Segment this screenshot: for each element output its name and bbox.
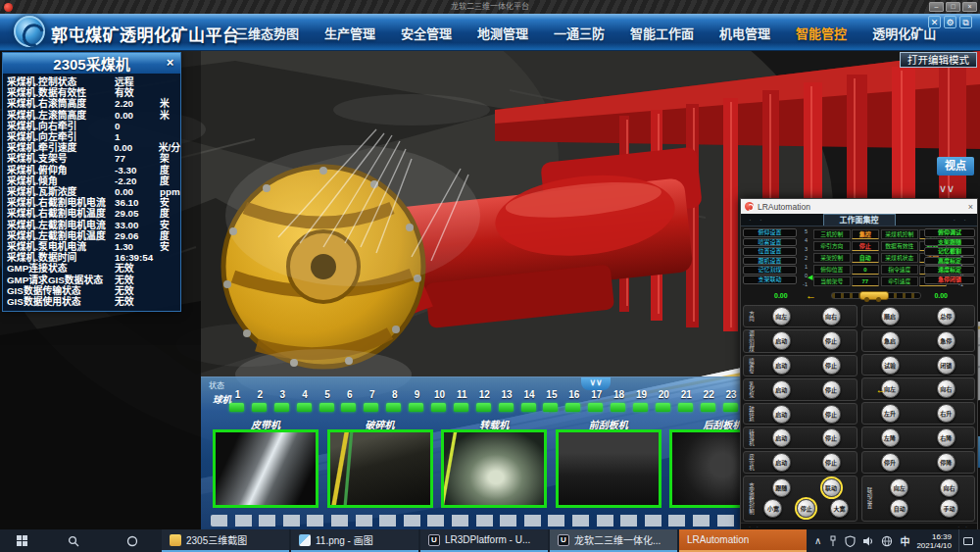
viewpoint-chevron-icon[interactable]: ∨∨: [939, 182, 955, 195]
camera-number[interactable]: 11: [451, 389, 473, 400]
taskbar-task[interactable]: LRAutomation: [679, 529, 807, 552]
control-button[interactable]: 向左: [890, 478, 908, 497]
restore-window-icon[interactable]: ⧉: [959, 16, 972, 28]
camera-number[interactable]: 16: [563, 389, 585, 400]
nav-item[interactable]: 三维态势图: [235, 24, 299, 42]
control-button[interactable]: 停止: [822, 428, 841, 447]
gear-icon[interactable]: ⚙: [944, 16, 956, 28]
nav-item[interactable]: 透明化矿山: [872, 24, 936, 42]
search-button[interactable]: [44, 529, 103, 552]
control-button[interactable]: 手动: [940, 499, 958, 518]
control-button[interactable]: 启动: [772, 380, 791, 399]
camera-number[interactable]: 5: [317, 389, 339, 400]
tab-face-control[interactable]: 工作面集控: [823, 214, 896, 226]
camera-number[interactable]: 22: [698, 389, 720, 400]
control-button[interactable]: 顺启: [881, 307, 900, 326]
control-button[interactable]: 停止: [822, 405, 841, 424]
settings-button[interactable]: 支架联动: [743, 276, 797, 284]
taskbar-task[interactable]: U 龙软二三维一体化...: [550, 529, 677, 552]
control-button[interactable]: 启动: [772, 453, 791, 472]
calibration-button[interactable]: 记忆截割: [924, 247, 975, 256]
camera-feed-thumbnail[interactable]: [669, 429, 750, 508]
nav-item[interactable]: 一通三防: [554, 24, 605, 42]
control-button[interactable]: 右升: [937, 404, 956, 423]
camera-number[interactable]: 8: [383, 389, 406, 400]
control-button[interactable]: 向右: [940, 478, 958, 497]
control-button[interactable]: 跟随: [772, 478, 791, 497]
network-globe-icon[interactable]: [881, 535, 893, 547]
control-button-active[interactable]: 联动: [822, 478, 841, 497]
camera-number[interactable]: 9: [406, 389, 428, 400]
camera-feed-thumbnail[interactable]: [213, 429, 318, 508]
camera-number[interactable]: 1: [226, 389, 249, 400]
taskbar-task[interactable]: 2305三维截图: [162, 529, 289, 552]
calibration-button[interactable]: 高度标定: [924, 257, 975, 266]
control-button[interactable]: 右降: [937, 428, 956, 447]
camera-number[interactable]: 14: [518, 389, 541, 400]
nav-item[interactable]: 安全管理: [401, 24, 452, 42]
control-button[interactable]: 自动: [890, 499, 908, 518]
control-button[interactable]: 启动: [772, 405, 791, 424]
control-button[interactable]: 启动: [772, 428, 791, 447]
nav-item[interactable]: 地测管理: [477, 24, 528, 42]
control-button-active[interactable]: 停止: [797, 499, 815, 518]
settings-button[interactable]: 跟机设置: [743, 257, 797, 266]
control-button[interactable]: 急启: [881, 331, 900, 350]
taskbar-task[interactable]: U LR3DPlatform - U...: [420, 529, 548, 552]
control-button[interactable]: 向右: [937, 379, 956, 398]
control-button[interactable]: 启动: [772, 331, 791, 350]
ime-indicator[interactable]: 中: [900, 533, 909, 548]
camera-number[interactable]: 3: [271, 389, 294, 400]
action-center-button[interactable]: [958, 529, 976, 552]
camera-number[interactable]: 21: [675, 389, 698, 400]
speaker-icon[interactable]: [862, 535, 874, 547]
camera-feed-thumbnail[interactable]: [441, 429, 547, 508]
control-button[interactable]: 闭锁: [937, 356, 956, 375]
camera-number[interactable]: 17: [585, 389, 608, 400]
calibration-button[interactable]: 支架跟随: [924, 238, 975, 247]
camera-number[interactable]: 4: [294, 389, 317, 400]
control-button[interactable]: 停止: [822, 453, 841, 472]
show-hidden-icons-caret-icon[interactable]: ∧: [814, 535, 821, 546]
settings-button[interactable]: 位置设置: [743, 247, 797, 256]
shield-icon[interactable]: [845, 535, 856, 547]
nav-item[interactable]: 智能管控: [796, 24, 847, 42]
control-button[interactable]: 停止: [822, 356, 841, 375]
camera-number[interactable]: 10: [428, 389, 451, 400]
settings-button[interactable]: 俯仰设置: [743, 228, 797, 237]
start-button[interactable]: [0, 529, 44, 552]
camera-number[interactable]: 19: [630, 389, 653, 400]
control-button[interactable]: 左降: [881, 428, 900, 447]
control-button[interactable]: 大宽: [830, 499, 849, 518]
settings-button[interactable]: 喷雾设置: [743, 238, 797, 247]
camera-number[interactable]: 13: [496, 389, 518, 400]
control-button[interactable]: 停止: [822, 331, 841, 350]
camera-number[interactable]: 6: [338, 389, 361, 400]
nav-item[interactable]: 生产管理: [324, 24, 375, 42]
camera-number[interactable]: 20: [653, 389, 675, 400]
camera-feed-thumbnail[interactable]: [556, 429, 662, 508]
slider-track[interactable]: [831, 292, 921, 299]
control-button[interactable]: 总停: [937, 307, 956, 326]
control-button[interactable]: 小宽: [763, 499, 782, 518]
settings-button[interactable]: 记忆割煤: [743, 266, 797, 275]
control-button[interactable]: 左升: [881, 404, 900, 423]
taskbar-task[interactable]: 11.png - 画图: [291, 529, 418, 552]
usb-icon[interactable]: [828, 535, 838, 547]
lr-close-icon[interactable]: ×: [968, 202, 973, 212]
control-button[interactable]: 向左: [772, 307, 791, 326]
control-button[interactable]: 试验: [881, 356, 900, 375]
control-button[interactable]: 启动: [772, 356, 791, 375]
clock[interactable]: 16:39 2021/4/10: [916, 532, 952, 550]
control-button[interactable]: 急停: [937, 331, 956, 350]
cortana-button[interactable]: [103, 529, 162, 552]
panel-close-icon[interactable]: ×: [163, 55, 177, 70]
camera-number[interactable]: 18: [608, 389, 630, 400]
open-edit-mode-button[interactable]: 打开编辑模式: [900, 52, 977, 68]
control-button[interactable]: 停降: [937, 453, 956, 472]
calibration-button[interactable]: 急停闭锁: [924, 276, 975, 284]
thumbnail-strip[interactable]: [211, 515, 740, 527]
camera-number[interactable]: 2: [249, 389, 271, 400]
calibration-button[interactable]: 速度标定: [924, 266, 975, 275]
shearer-glyph-icon[interactable]: [859, 291, 889, 300]
